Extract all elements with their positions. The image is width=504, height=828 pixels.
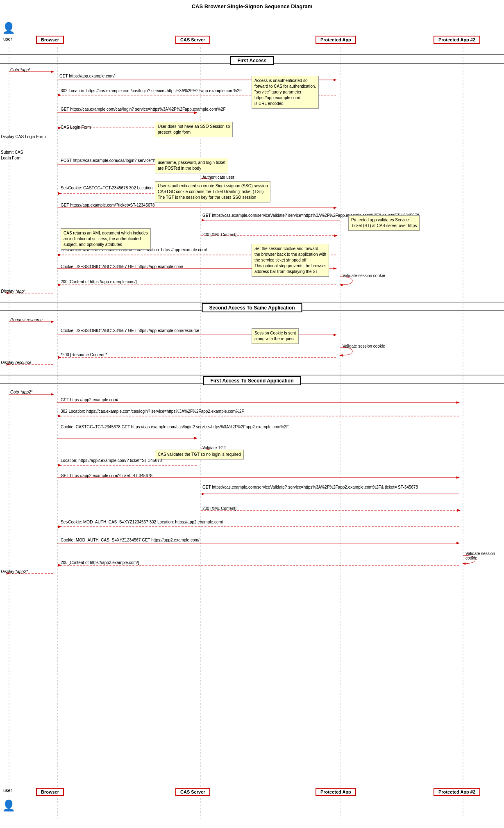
section2-header: Second Access To Same Application: [202, 303, 302, 312]
cookie-tgt-get-label: Cookie: CASTGC=TGT-2345678 GET https://c…: [61, 424, 289, 430]
note-cas-xml: CAS returns an XML document which includ…: [61, 228, 151, 250]
app1-actor-bottom: Protected App: [316, 788, 356, 796]
app1-actor-top: Protected App: [316, 36, 356, 44]
app2-actor-bottom: Protected App #2: [434, 788, 480, 796]
display-cas-login-label: Display CAS Login Form: [1, 134, 45, 140]
response-200-label: 200 [Content of https://app.example.com/…: [61, 280, 137, 284]
note-set-session: Set the session cookie and forwardthe br…: [252, 244, 329, 277]
display-app-label: Display *app*: [1, 289, 25, 293]
browser-actor-top: Browser: [36, 36, 64, 44]
get-cas-login-label: GET https://cas.example.com/cas/login? s…: [61, 107, 226, 112]
cas-actor-bottom: CAS Server: [175, 788, 210, 796]
cookie-mod-get-label: Cookie: MOD_AUTH_CAS_S=XYZ1234567 GET ht…: [61, 538, 200, 542]
redirect-302-label: 302 Location: https://cas.example.com/ca…: [61, 88, 242, 94]
user-icon-top: 👤: [2, 23, 15, 33]
cas-actor-top: CAS Server: [175, 36, 210, 44]
app2-actor-top: Protected App #2: [434, 36, 480, 44]
validate-session-label: Validate session cookie: [343, 273, 385, 278]
get-app2-ticket-label: GET https://app2.example.com/?ticket=ST-…: [61, 473, 152, 478]
note-session-sent: Session Cookie is sentalong with the req…: [252, 328, 299, 344]
note-no-sso: User does not have an SSO Session sopres…: [155, 122, 233, 137]
cookie-get-label: Cookie: JSESSIONID=ABC1234567 GET https:…: [61, 264, 183, 269]
response-200-app2-label: 200 [Content of https://app2.example.com…: [61, 560, 139, 565]
display-resource-label: Display resource: [1, 360, 31, 365]
set-mod-auth-label: Set-Cookie: MOD_AUTH_CAS_S=XYZ1234567 30…: [61, 519, 223, 525]
display-app2-label: Display *app2*: [1, 569, 28, 574]
location-st345-label: Location: https://app2.example.com/? tic…: [61, 458, 162, 464]
request-resource-label: Request resource: [10, 318, 43, 322]
cookie-resource-label: Cookie: JSESSIONID=ABC1234567 GET https:…: [61, 328, 199, 334]
validate-session2-label: Validate session cookie: [343, 344, 385, 348]
note-access-unauth: Access is unauthenticated soforward to C…: [252, 76, 319, 109]
get-app-ticket-label: GET https://app.example.com/?ticket=ST-1…: [61, 203, 155, 207]
xml-200-2-label: 200 [XML Content]: [202, 506, 236, 511]
resource-200-label: *200 [Resource Content]*: [61, 353, 107, 357]
user-label-bottom: user: [3, 788, 12, 793]
goto-app2-label: Goto *app2*: [10, 390, 33, 394]
get-app-label: GET https://app.example.com/: [59, 74, 115, 78]
get-validate2-label: GET https://cas.example.com/serviceValid…: [202, 485, 418, 490]
cas-login-form-label: CAS Login Form: [61, 125, 91, 130]
section1-header: First Access: [230, 56, 274, 65]
validate-session-app2-label: Validate session cookie: [465, 551, 504, 560]
page-title: CAS Browser Single-Signon Sequence Diagr…: [0, 0, 504, 11]
authenticate-label: Authenticate user: [202, 175, 234, 180]
note-sso-created: User is authenticated so create Single-s…: [155, 181, 270, 202]
browser-actor-bottom: Browser: [36, 788, 64, 796]
xml-200-label: 200 [XML Content]: [202, 232, 236, 237]
submit-cas-login-label: Submit CASLogin Form: [1, 150, 23, 161]
goto-app-label: Goto *app*: [10, 68, 30, 72]
user-icon-bottom: 👤: [2, 800, 15, 811]
redirect-302-app2-label: 302 Location: https://cas.example.com/ca…: [61, 409, 244, 414]
note-cas-validates-tgt: CAS validates the TGT so no login is req…: [155, 450, 244, 459]
user-label-top: user: [3, 36, 12, 41]
note-app-validates: Protected app validates ServiceTicket (S…: [348, 215, 420, 231]
note-username-posted: username, password, and login ticketare …: [155, 158, 228, 173]
get-app2-label: GET https://app2.example.com/: [61, 398, 118, 402]
section3-header: First Access To Second Application: [203, 376, 301, 385]
